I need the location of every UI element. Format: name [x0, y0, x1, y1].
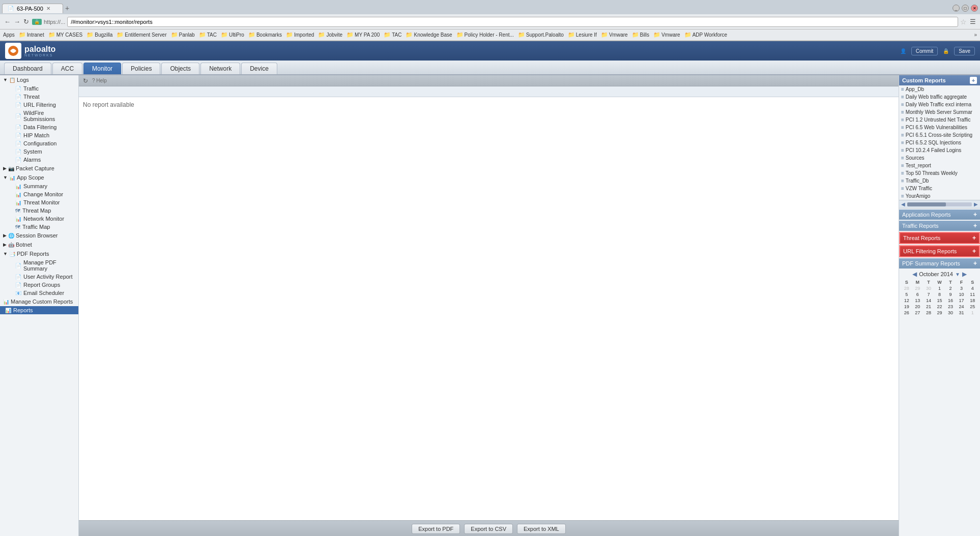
sidebar-item-report-groups[interactable]: 📄 Report Groups	[0, 281, 78, 289]
tab-objects[interactable]: Objects	[161, 63, 199, 74]
tab-close-icon[interactable]: ✕	[46, 6, 50, 11]
cal-day-6[interactable]: 6	[912, 291, 924, 297]
sidebar-item-traffic-map[interactable]: 🗺 Traffic Map	[0, 223, 78, 231]
report-item-sources[interactable]: ≡ Sources	[899, 154, 980, 162]
cal-day-3[interactable]: 3	[956, 285, 967, 291]
refresh-icon[interactable]: ↻	[83, 77, 88, 84]
cal-day-27[interactable]: 27	[912, 310, 924, 316]
cal-day-21[interactable]: 21	[923, 304, 934, 310]
calendar-dropdown-icon[interactable]: ▼	[955, 272, 960, 277]
report-item-app-db[interactable]: ≡ App_Db	[899, 85, 980, 93]
report-item-pci-12[interactable]: ≡ PCI 1.2 Untrusted Net Traffic	[899, 116, 980, 124]
settings-button[interactable]: ☰	[970, 18, 976, 25]
tab-device[interactable]: Device	[241, 63, 277, 74]
bookmark-intranet[interactable]: 📁Intranet	[19, 32, 44, 38]
report-item-youramigo[interactable]: ≡ YourAmigo	[899, 192, 980, 200]
bookmark-lesiure[interactable]: 📁Lesiure If	[568, 32, 597, 38]
export-csv-button[interactable]: Export to CSV	[464, 524, 513, 534]
report-item-pci-651[interactable]: ≡ PCI 6.5.1 Cross-site Scripting	[899, 131, 980, 139]
cal-day-13[interactable]: 13	[912, 297, 924, 304]
more-bookmarks-button[interactable]: »	[974, 32, 977, 38]
cal-day-28[interactable]: 28	[923, 310, 934, 316]
bookmark-jobvite[interactable]: 📁Jobvite	[318, 32, 342, 38]
cal-day-17[interactable]: 17	[956, 297, 967, 304]
new-tab-button[interactable]: +	[65, 4, 69, 12]
cal-day-12[interactable]: 12	[901, 297, 912, 304]
bookmark-bills[interactable]: 📁Bills	[632, 32, 649, 38]
save-button[interactable]: Save	[954, 47, 975, 55]
sidebar-item-url-filtering[interactable]: 📄 URL Filtering	[0, 101, 78, 109]
refresh-button[interactable]: ↻	[23, 18, 29, 25]
cal-day-24[interactable]: 24	[956, 304, 967, 310]
bookmark-vmware[interactable]: 📁Vmware	[601, 32, 628, 38]
bookmark-support-palo[interactable]: 📁Support.Paloalto	[518, 32, 564, 38]
bookmark-imported[interactable]: 📁Imported	[286, 32, 314, 38]
cal-day-5[interactable]: 5	[901, 291, 912, 297]
sidebar-item-summary[interactable]: 📊 Summary	[0, 182, 78, 190]
commit-button[interactable]: Commit	[911, 47, 938, 55]
sidebar-item-hip-match[interactable]: 📄 HIP Match	[0, 131, 78, 139]
sidebar-item-threat-map[interactable]: 🗺 Threat Map	[0, 206, 78, 215]
sidebar-item-threat-monitor[interactable]: 📊 Threat Monitor	[0, 198, 78, 206]
cal-day-15[interactable]: 15	[934, 297, 945, 304]
bookmark-vmware2[interactable]: 📁Vmware	[653, 32, 680, 38]
bookmark-entitlement[interactable]: 📁Entitlement Server	[117, 32, 166, 38]
bookmark-knowledge-base[interactable]: 📁Knowledge Base	[406, 32, 452, 38]
application-reports-header[interactable]: Application Reports +	[899, 210, 980, 220]
report-item-pci-65[interactable]: ≡ PCI 6.5 Web Vulnerabilities	[899, 124, 980, 131]
cal-day-31[interactable]: 31	[956, 310, 967, 316]
export-xml-button[interactable]: Export to XML	[517, 524, 566, 534]
sidebar-item-threat[interactable]: 📄 Threat	[0, 93, 78, 101]
cal-day-29[interactable]: 29	[934, 310, 945, 316]
cal-day-14[interactable]: 14	[923, 297, 934, 304]
sidebar-group-packet-capture[interactable]: ▶ 📷 Packet Capture	[0, 164, 78, 173]
sidebar-item-traffic[interactable]: 📄 Traffic	[0, 84, 78, 93]
cal-day-26[interactable]: 26	[901, 310, 912, 316]
tab-policies[interactable]: Policies	[122, 63, 160, 74]
cal-day-16[interactable]: 16	[945, 297, 956, 304]
sidebar-group-pdf-reports[interactable]: ▼ 📑 PDF Reports	[0, 249, 78, 258]
sidebar-item-email-scheduler[interactable]: 📧 Email Scheduler	[0, 289, 78, 297]
bookmark-tac2[interactable]: 📁TAC	[384, 32, 401, 38]
bookmark-panlab[interactable]: 📁Panlab	[171, 32, 195, 38]
sidebar-item-network-monitor[interactable]: 📊 Network Monitor	[0, 215, 78, 223]
add-custom-report-button[interactable]: +	[970, 77, 977, 84]
maximize-button[interactable]: □	[962, 5, 969, 12]
sidebar-item-data-filtering[interactable]: 📄 Data Filtering	[0, 123, 78, 131]
report-item-daily-web-excl[interactable]: ≡ Daily Web Traffic excl interna	[899, 101, 980, 108]
tab-monitor[interactable]: Monitor	[83, 63, 121, 74]
cal-day-7[interactable]: 7	[923, 291, 934, 297]
cal-day-10[interactable]: 10	[956, 291, 967, 297]
sidebar-item-alarms[interactable]: 📄 Alarms	[0, 156, 78, 164]
report-item-daily-web-agg[interactable]: ≡ Daily Web traffic aggregate	[899, 93, 980, 101]
cal-day-30-sep[interactable]: 30	[923, 285, 934, 291]
cal-day-9[interactable]: 9	[945, 291, 956, 297]
sidebar-item-configuration[interactable]: 📄 Configuration	[0, 139, 78, 147]
cal-day-1-nov[interactable]: 1	[967, 310, 978, 316]
tab-dashboard[interactable]: Dashboard	[4, 63, 51, 74]
sidebar-item-manage-pdf-summary[interactable]: 📄 Manage PDF Summary	[0, 258, 78, 273]
scroll-thumb[interactable]	[907, 202, 972, 206]
cal-day-18[interactable]: 18	[967, 297, 978, 304]
cal-day-20[interactable]: 20	[912, 304, 924, 310]
sidebar-item-wildfire[interactable]: 📄 WildFire Submissions	[0, 109, 78, 123]
report-item-monthly-web[interactable]: ≡ Monthly Web Server Summar	[899, 108, 980, 116]
bookmark-bookmarks[interactable]: 📁Bookmarks	[248, 32, 282, 38]
report-item-pci-652[interactable]: ≡ PCI 6.5.2 SQL Injections	[899, 139, 980, 146]
calendar-prev-button[interactable]: ◀	[912, 271, 917, 278]
cal-day-25[interactable]: 25	[967, 304, 978, 310]
scroll-left-icon[interactable]: ◀	[901, 201, 905, 207]
close-button[interactable]: ✕	[971, 5, 978, 12]
bookmark-adp[interactable]: 📁ADP Workforce	[684, 32, 728, 38]
bookmark-tac[interactable]: 📁TAC	[199, 32, 217, 38]
report-item-pci-1024[interactable]: ≡ PCI 10.2.4 Failed Logins	[899, 146, 980, 154]
browser-tab[interactable]: 📄 63-PA-500 ✕	[2, 4, 63, 13]
help-icon[interactable]: ? Help	[92, 78, 107, 83]
bookmark-my-cases[interactable]: 📁MY CASES	[48, 32, 83, 38]
sidebar-group-manage-custom-reports[interactable]: 📊 Manage Custom Reports	[0, 297, 78, 306]
sidebar-item-system[interactable]: 📄 System	[0, 147, 78, 156]
bookmark-my-pa-200[interactable]: 📁MY PA 200	[347, 32, 380, 38]
sidebar-group-app-scope[interactable]: ▼ 📊 App Scope	[0, 173, 78, 182]
cal-day-2[interactable]: 2	[945, 285, 956, 291]
forward-button[interactable]: →	[14, 18, 20, 25]
